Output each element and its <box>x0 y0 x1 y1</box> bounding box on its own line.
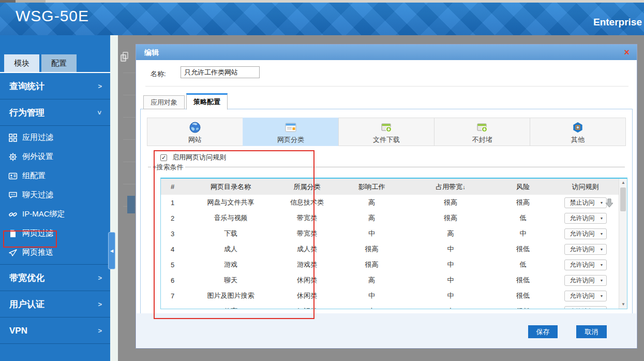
table-row: 7 图片及图片搜索 休闲类 中 中 很低 允许访问 ▼ <box>161 288 627 304</box>
dialog-title: 编辑 <box>144 48 159 56</box>
col-header-work[interactable]: 影响工作 <box>337 182 407 192</box>
table-scrollbar[interactable]: ▲ ▼ <box>619 179 627 309</box>
fieldset-line <box>148 167 625 167</box>
access-rule-select[interactable]: 允许访问 ▼ <box>564 228 607 239</box>
row-risk-level: 很高 <box>495 198 551 207</box>
tab-application-object[interactable]: 应用对象 <box>143 95 185 109</box>
col-header-risk[interactable]: 风险 <box>495 182 551 192</box>
col-header-name[interactable]: 网页目录名称 <box>184 182 277 192</box>
policy-tab-file-download[interactable]: 文件下载 <box>338 118 435 146</box>
policy-tab-web-category[interactable]: 网页分类 <box>243 118 339 146</box>
row-category-name: 图片及图片搜索 <box>184 291 277 300</box>
row-work-impact: 高 <box>337 213 407 223</box>
access-rule-select[interactable]: 允许访问 ▼ <box>564 275 607 286</box>
row-number: 4 <box>161 246 184 253</box>
sidebar-group-query-stats[interactable]: 查询统计 > <box>0 73 110 99</box>
chevron-down-icon: ▼ <box>600 263 606 267</box>
row-risk-level: 中 <box>495 229 551 238</box>
access-rule-select[interactable]: 禁止访问 ▼ <box>564 197 607 208</box>
sidebar-item-web-push[interactable]: 网页推送 <box>0 243 110 262</box>
access-rule-select[interactable]: 允许访问 ▼ <box>564 259 607 270</box>
enable-rule-checkbox[interactable]: ✓ <box>160 154 167 161</box>
category-table: # 网页目录名称 所属分类 影响工作 占用带宽↓ 风险 访问规则 1 网盘与文件… <box>160 178 627 309</box>
product-title: WSG-50E <box>16 7 89 25</box>
scrollbar-thumb[interactable] <box>620 187 626 211</box>
chevron-down-icon: ▼ <box>600 232 606 236</box>
tab-policy-config[interactable]: 策略配置 <box>186 93 228 110</box>
policy-tab-no-block[interactable]: 不封堵 <box>434 118 530 146</box>
scroll-down-icon[interactable]: ▼ <box>619 300 627 309</box>
col-header-category[interactable]: 所属分类 <box>277 182 337 192</box>
download-icon <box>380 121 393 134</box>
sidebar-item-chat-filter[interactable]: 聊天过滤 <box>0 185 110 205</box>
sidebar-group-behavior-mgmt[interactable]: 行为管理 > <box>0 99 110 126</box>
row-category-name: 聊天 <box>184 276 277 285</box>
chevron-right-icon: > <box>98 73 102 99</box>
apply-to-all-icon[interactable] <box>604 197 615 209</box>
sidebar-group-bandwidth[interactable]: 带宽优化 > <box>0 265 110 291</box>
link-icon <box>8 210 18 219</box>
row-category-name: 成人 <box>184 244 277 254</box>
background-button-remnant <box>127 196 135 213</box>
access-rule-select[interactable]: 允许访问 ▼ <box>564 213 607 224</box>
content-gutter <box>110 35 118 361</box>
sidebar-item-group-config[interactable]: 组配置 <box>0 166 110 185</box>
sidebar-item-exception-settings[interactable]: 例外设置 <box>0 147 110 166</box>
row-number: 1 <box>161 199 184 207</box>
sidebar-item-web-filter[interactable]: 网页过滤 <box>0 224 110 243</box>
save-button[interactable]: 保存 <box>528 325 558 338</box>
access-rule-select[interactable]: 允许访问 ▼ <box>564 306 607 310</box>
row-category-name: 音乐与视频 <box>184 213 277 223</box>
chevron-down-icon: > <box>87 111 113 115</box>
cancel-button[interactable]: 取消 <box>576 325 607 338</box>
col-header-rule[interactable]: 访问规则 <box>551 182 619 192</box>
row-parent-category: 带宽类 <box>277 213 337 223</box>
enable-rule-label: 启用网页访问规则 <box>172 153 226 162</box>
sidebar-collapse-handle[interactable]: ◀ <box>108 232 115 269</box>
row-work-impact: 很高 <box>337 260 407 269</box>
copy-icon <box>121 52 129 62</box>
sidebar-item-ip-mac-binding[interactable]: IP-MAC绑定 <box>0 205 110 224</box>
sidebar-item-app-filter[interactable]: 应用过滤 <box>0 128 110 147</box>
dialog-tabs: 应用对象 策略配置 <box>143 92 229 109</box>
row-category-name: 下载 <box>184 229 277 238</box>
row-bandwidth-usage: 中 <box>407 244 495 254</box>
row-work-impact: 高 <box>337 276 407 285</box>
col-header-bandwidth[interactable]: 占用带宽↓ <box>407 182 495 192</box>
row-risk-level: 很低 <box>495 276 551 285</box>
sidebar-group-user-auth[interactable]: 用户认证 > <box>0 291 110 317</box>
other-icon <box>572 121 584 134</box>
row-risk-level: 低 <box>495 260 551 269</box>
row-parent-category: 游戏类 <box>277 260 337 269</box>
sidebar-group-vpn[interactable]: VPN > <box>0 317 110 344</box>
name-label: 名称: <box>151 69 166 79</box>
access-rule-select[interactable]: 允许访问 ▼ <box>564 244 607 255</box>
chevron-right-icon: > <box>98 291 102 317</box>
policy-tab-other[interactable]: 其他 <box>530 118 626 146</box>
row-parent-category: 知识类 <box>277 307 337 309</box>
table-header-row: # 网页目录名称 所属分类 影响工作 占用带宽↓ 风险 访问规则 <box>161 179 627 195</box>
table-row: 4 成人 成人类 很高 中 很低 允许访问 ▼ <box>161 241 627 257</box>
access-rule-select[interactable]: 允许访问 ▼ <box>564 291 607 301</box>
row-bandwidth-usage: 很高 <box>407 213 495 223</box>
name-input[interactable] <box>181 66 260 78</box>
table-row: 8 教育 知识类 中 中 很低 允许访问 ▼ <box>161 304 627 309</box>
collapse-arrow-icon: ◀ <box>110 249 113 253</box>
globe-icon <box>189 121 201 134</box>
row-work-impact: 很高 <box>337 244 407 254</box>
policy-tab-website[interactable]: 网站 <box>147 118 243 146</box>
scroll-up-icon[interactable]: ▲ <box>619 179 627 187</box>
row-risk-level: 低 <box>495 213 551 223</box>
tab-module[interactable]: 模块 <box>4 54 39 72</box>
enable-rule-row: ✓ 启用网页访问规则 <box>160 153 226 162</box>
close-icon[interactable]: × <box>624 45 630 60</box>
row-work-impact: 中 <box>337 291 407 300</box>
row-number: 7 <box>161 292 184 300</box>
search-conditions-legend[interactable]: +搜索条件 <box>151 163 185 172</box>
tab-config[interactable]: 配置 <box>41 54 77 72</box>
edit-dialog: 编辑 × 名称: 应用对象 策略配置 网站 网页分类 文件下载 不封堵 <box>136 44 637 349</box>
row-parent-category: 带宽类 <box>277 229 337 238</box>
col-header-num[interactable]: # <box>161 183 184 191</box>
row-bandwidth-usage: 很高 <box>407 198 495 207</box>
row-parent-category: 休闲类 <box>277 276 337 285</box>
